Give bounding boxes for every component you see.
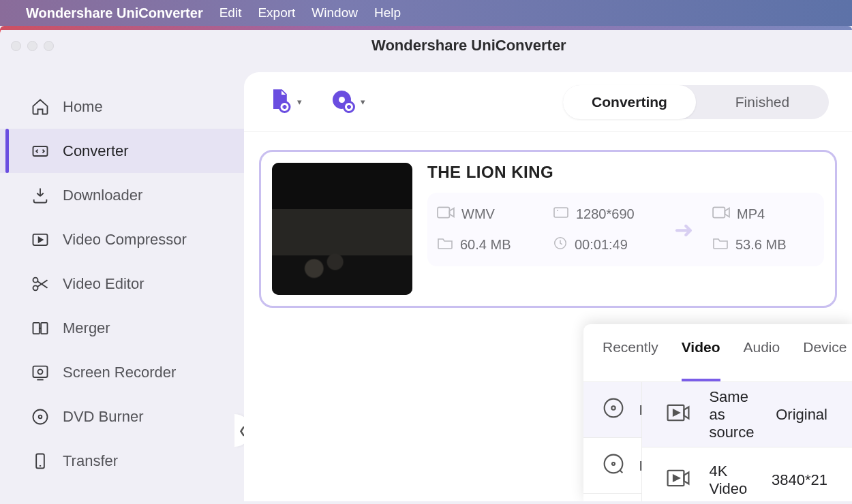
sidebar-item-transfer[interactable]: Transfer [0, 439, 244, 483]
play-rect-icon [667, 469, 690, 492]
sidebar-item-compressor[interactable]: Video Compressor [0, 217, 244, 262]
scissors-icon [30, 274, 50, 294]
source-resolution: 1280*690 [576, 206, 635, 222]
svg-point-20 [611, 406, 615, 409]
menu-edit[interactable]: Edit [219, 5, 242, 20]
minimize-window-button[interactable] [27, 41, 37, 51]
download-icon [30, 185, 50, 206]
menu-help[interactable]: Help [374, 5, 401, 20]
format-tab-audio[interactable]: Audio [744, 339, 780, 381]
preset-list: Same as source Original 4K Video 3840*21… [641, 382, 852, 501]
folder-icon [437, 236, 453, 254]
svg-rect-4 [33, 322, 40, 333]
dest-format: MP4 [737, 206, 765, 222]
macos-menubar: Wondershare UniConverter Edit Export Win… [0, 0, 852, 26]
add-file-icon [267, 89, 292, 116]
svg-rect-0 [33, 146, 48, 156]
preset-resolution: Original [776, 406, 827, 424]
video-format-icon [712, 205, 730, 223]
preset-resolution: 3840*21 [772, 471, 827, 489]
window-title: Wondershare UniConverter [371, 37, 566, 54]
svg-point-21 [605, 455, 623, 473]
format-list[interactable]: MP4 MOV MKV [583, 382, 641, 501]
home-icon [30, 97, 50, 117]
tab-converting[interactable]: Converting [563, 85, 696, 119]
menu-export[interactable]: Export [258, 5, 295, 20]
preset-item-4k[interactable]: 4K Video 3840*21 [642, 447, 852, 501]
format-label: MP4 [639, 402, 641, 418]
sidebar-item-label: DVD Burner [63, 408, 144, 426]
dest-size: 53.6 MB [735, 237, 786, 253]
disc-icon [30, 407, 50, 427]
svg-point-19 [605, 399, 623, 418]
svg-point-9 [39, 415, 42, 418]
preset-name: Same as source [709, 388, 757, 441]
sidebar-item-home[interactable]: Home [0, 84, 244, 129]
file-info-row: WMV 60.4 MB [427, 193, 824, 266]
converter-icon [30, 141, 50, 161]
sidebar-item-label: Home [63, 98, 103, 116]
toolbar: ▾ ▾ Converting Finished [244, 72, 852, 132]
sidebar-item-editor[interactable]: Video Editor [0, 262, 244, 306]
menubar-app-name[interactable]: Wondershare UniConverter [26, 5, 203, 21]
format-tab-video[interactable]: Video [682, 339, 720, 381]
arrow-right-icon: ➜ [669, 216, 699, 243]
svg-point-8 [33, 409, 48, 424]
app-window: Wondershare UniConverter Home Converter [0, 26, 852, 504]
file-title: THE LION KING [427, 163, 824, 182]
sidebar-item-label: Downloader [63, 187, 142, 204]
format-label: MOV [639, 458, 641, 474]
folder-icon [712, 236, 729, 254]
add-disc-button[interactable]: ▾ [331, 89, 365, 116]
transfer-icon [30, 451, 50, 471]
sidebar-item-label: Transfer [63, 452, 118, 470]
svg-rect-15 [438, 207, 449, 217]
svg-rect-16 [554, 208, 568, 217]
svg-point-7 [38, 369, 43, 374]
sidebar-item-label: Merger [63, 319, 110, 337]
format-item-mov[interactable]: MOV [583, 438, 641, 494]
merge-icon [30, 318, 50, 338]
file-card[interactable]: THE LION KING WMV 60.4 MB [259, 150, 837, 308]
svg-rect-18 [713, 207, 725, 217]
svg-point-13 [339, 97, 345, 103]
status-tabs: Converting Finished [563, 85, 829, 119]
menu-window[interactable]: Window [311, 5, 358, 20]
zoom-window-button[interactable] [44, 41, 54, 51]
resolution-icon [553, 205, 569, 223]
preset-name: 4K Video [709, 462, 752, 498]
svg-rect-6 [33, 366, 48, 377]
tab-finished[interactable]: Finished [696, 85, 829, 119]
traffic-lights [11, 41, 54, 51]
sidebar-item-recorder[interactable]: Screen Recorder [0, 350, 244, 394]
chevron-down-icon: ▾ [361, 97, 365, 107]
format-picker-popover: Recently Video Audio Device Editing Web … [583, 324, 852, 501]
format-item-mkv[interactable]: MKV [583, 494, 641, 501]
format-category-tabs: Recently Video Audio Device Editing Web … [583, 324, 852, 381]
disc-play-icon [603, 397, 624, 422]
compress-icon [30, 230, 50, 250]
clock-icon [553, 236, 568, 254]
preset-item-same-source[interactable]: Same as source Original [642, 382, 852, 447]
sidebar-item-dvd[interactable]: DVD Burner [0, 394, 244, 439]
format-tab-recently[interactable]: Recently [603, 339, 658, 381]
source-size: 60.4 MB [460, 237, 511, 253]
video-format-icon [437, 205, 455, 223]
add-file-button[interactable]: ▾ [267, 89, 302, 116]
window-titlebar: Wondershare UniConverter [0, 26, 852, 65]
sidebar-item-merger[interactable]: Merger [0, 306, 244, 350]
close-window-button[interactable] [11, 41, 21, 51]
sidebar-item-converter[interactable]: Converter [0, 129, 244, 173]
sidebar-item-downloader[interactable]: Downloader [0, 173, 244, 217]
disc-play-icon [603, 453, 624, 478]
play-rect-icon [667, 403, 690, 426]
sidebar-item-label: Screen Recorder [63, 364, 176, 381]
main-panel: ▾ ▾ Converting Finished [244, 72, 852, 501]
source-duration: 00:01:49 [575, 237, 628, 253]
svg-point-22 [612, 462, 615, 465]
sidebar-item-label: Video Editor [63, 275, 144, 293]
format-item-mp4[interactable]: MP4 [583, 382, 641, 438]
format-tab-device[interactable]: Device [803, 339, 847, 381]
video-thumbnail[interactable] [272, 163, 412, 295]
svg-rect-5 [41, 322, 47, 333]
